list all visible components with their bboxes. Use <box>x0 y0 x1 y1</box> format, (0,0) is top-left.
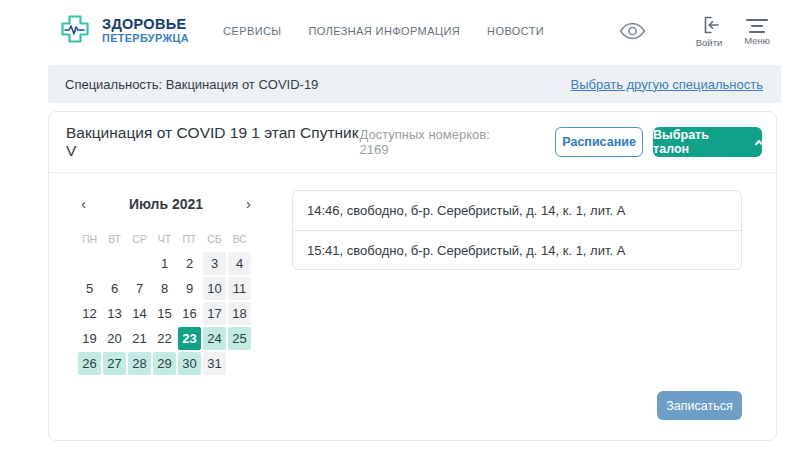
accessibility-eye-icon[interactable] <box>619 22 646 40</box>
card-title: Вакцинация от COVID 19 1 этап Спутник V <box>66 124 359 160</box>
vaccination-card: Вакцинация от COVID 19 1 этап Спутник V … <box>48 111 777 441</box>
nav-item-0[interactable]: СЕРВИСЫ <box>223 25 281 37</box>
calendar-day-empty <box>103 252 126 275</box>
calendar-next-button[interactable]: › <box>244 197 253 211</box>
calendar-day[interactable]: 22 <box>153 327 176 350</box>
calendar-day[interactable]: 29 <box>153 352 176 375</box>
calendar-day[interactable]: 13 <box>103 302 126 325</box>
calendar-day[interactable]: 27 <box>103 352 126 375</box>
calendar-day[interactable]: 2 <box>178 252 201 275</box>
calendar-grid: 1234567891011121314151617181920212223242… <box>78 252 251 375</box>
login-button[interactable]: Войти <box>688 15 730 48</box>
site-logo[interactable]: ЗДОРОВЬЕ ПЕТЕРБУРЖЦА <box>57 11 189 51</box>
schedule-button[interactable]: Расписание <box>555 127 643 157</box>
specialty-label: Специальность: Вакцинация от COVID-19 <box>65 77 318 92</box>
calendar-day[interactable]: 16 <box>178 302 201 325</box>
nav-item-2[interactable]: НОВОСТИ <box>487 25 544 37</box>
calendar-day[interactable]: 21 <box>128 327 151 350</box>
timeslot-list: 14:46, свободно, б-р. Серебристый, д. 14… <box>292 190 742 270</box>
calendar-day[interactable]: 19 <box>78 327 101 350</box>
change-specialty-link[interactable]: Выбрать другую специальность <box>571 77 763 92</box>
calendar-day[interactable]: 9 <box>178 277 201 300</box>
chevron-up-icon <box>755 139 763 147</box>
calendar-day[interactable]: 10 <box>203 277 226 300</box>
weekday-label: ВТ <box>103 233 126 245</box>
login-label: Войти <box>696 37 723 48</box>
calendar-day[interactable]: 26 <box>78 352 101 375</box>
timeslot-item-1[interactable]: 15:41, свободно, б-р. Серебристый, д. 14… <box>293 230 741 269</box>
weekday-label: СБ <box>203 233 226 245</box>
calendar-day[interactable]: 17 <box>203 302 226 325</box>
calendar-day[interactable]: 24 <box>203 327 226 350</box>
available-tickets-count: Доступных номерков: 2169 <box>359 127 515 157</box>
weekday-label: ВС <box>228 233 251 245</box>
specialty-bar: Специальность: Вакцинация от COVID-19 Вы… <box>48 65 781 103</box>
menu-label: Меню <box>744 35 770 46</box>
calendar-day[interactable]: 6 <box>103 277 126 300</box>
calendar-day[interactable]: 14 <box>128 302 151 325</box>
site-header: ЗДОРОВЬЕ ПЕТЕРБУРЖЦА СЕРВИСЫПОЛЕЗНАЯ ИНФ… <box>0 0 800 62</box>
nav-item-1[interactable]: ПОЛЕЗНАЯ ИНФОРМАЦИЯ <box>308 25 460 37</box>
select-ticket-button[interactable]: Выбрать талон <box>653 127 762 157</box>
calendar-day[interactable]: 11 <box>228 277 251 300</box>
calendar-weekday-row: ПНВТСРЧТПТСБВС <box>78 233 251 245</box>
brand-line2: ПЕТЕРБУРЖЦА <box>102 32 189 45</box>
calendar-day[interactable]: 5 <box>78 277 101 300</box>
main-nav: СЕРВИСЫПОЛЕЗНАЯ ИНФОРМАЦИЯНОВОСТИ <box>223 25 544 37</box>
calendar-month-label: Июль 2021 <box>129 196 203 212</box>
timeslot-item-0[interactable]: 14:46, свободно, б-р. Серебристый, д. 14… <box>293 191 741 230</box>
calendar-day[interactable]: 1 <box>153 252 176 275</box>
brand-line1: ЗДОРОВЬЕ <box>102 17 189 32</box>
weekday-label: СР <box>128 233 151 245</box>
calendar-day[interactable]: 25 <box>228 327 251 350</box>
weekday-label: ПТ <box>178 233 201 245</box>
header-actions: Войти Меню <box>619 15 778 48</box>
calendar-day[interactable]: 12 <box>78 302 101 325</box>
calendar-day[interactable]: 31 <box>203 352 226 375</box>
calendar-day[interactable]: 23 <box>178 327 201 350</box>
medical-cross-ecg-icon <box>57 11 93 51</box>
calendar-day-empty <box>128 252 151 275</box>
calendar-day[interactable]: 8 <box>153 277 176 300</box>
hamburger-menu-icon <box>746 16 768 33</box>
calendar-day[interactable]: 3 <box>203 252 226 275</box>
calendar-nav: ‹ Июль 2021 › <box>79 196 253 212</box>
calendar-day[interactable]: 28 <box>128 352 151 375</box>
weekday-label: ПН <box>78 233 101 245</box>
calendar-day[interactable]: 30 <box>178 352 201 375</box>
card-header: Вакцинация от COVID 19 1 этап Спутник V … <box>49 112 776 173</box>
login-icon <box>698 15 720 35</box>
calendar-day[interactable]: 7 <box>128 277 151 300</box>
calendar-day[interactable]: 15 <box>153 302 176 325</box>
calendar-day[interactable]: 4 <box>228 252 251 275</box>
calendar-day[interactable]: 18 <box>228 302 251 325</box>
calendar-day[interactable]: 20 <box>103 327 126 350</box>
menu-button[interactable]: Меню <box>736 16 778 46</box>
calendar-day-empty <box>78 252 101 275</box>
signup-button[interactable]: Записаться <box>657 391 742 420</box>
select-ticket-label: Выбрать талон <box>653 128 748 156</box>
weekday-label: ЧТ <box>153 233 176 245</box>
calendar-prev-button[interactable]: ‹ <box>79 197 88 211</box>
